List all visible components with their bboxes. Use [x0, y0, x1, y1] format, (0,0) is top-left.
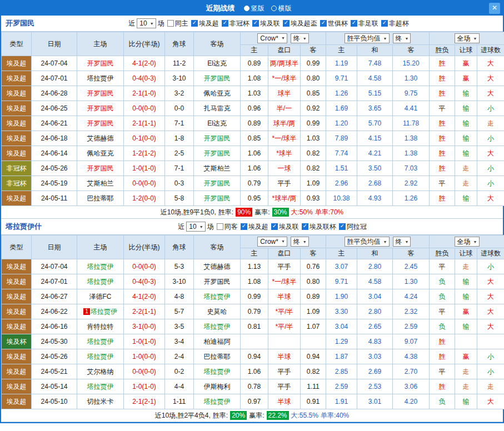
- home-team-name: 巴拉蒂耶: [87, 194, 114, 202]
- handicap-result-cell: 输: [455, 191, 477, 206]
- away-team-name: 艾德赫德: [204, 263, 231, 270]
- score-cell: 4-1(2-0): [124, 56, 165, 71]
- final-odds-select[interactable]: 终▼: [291, 237, 309, 247]
- scope-select[interactable]: 全场▼: [455, 33, 480, 43]
- close-button[interactable]: ✕: [489, 3, 500, 14]
- recent-count-select[interactable]: 10▼: [186, 222, 205, 232]
- corners-cell: 5-8: [165, 191, 194, 206]
- checkbox-icon[interactable]: [320, 20, 327, 27]
- filter-checkbox-label: 同客: [224, 222, 238, 232]
- chevron-down-icon: ▼: [473, 240, 477, 244]
- checkbox-icon[interactable]: [271, 223, 278, 230]
- win-rate-badge: 90%: [236, 208, 252, 217]
- col-aa: 客: [301, 45, 326, 56]
- chevron-down-icon: ▼: [303, 37, 307, 41]
- result-cell: 负: [430, 319, 455, 334]
- filter-checkbox[interactable]: 非超杯: [381, 19, 409, 28]
- team-name: 塔拉贾伊什: [1, 222, 42, 232]
- filter-checkbox[interactable]: 埃及超: [191, 19, 219, 28]
- asian-away-odds: [301, 334, 326, 349]
- away-team-cell: 扎马雷克: [194, 101, 241, 116]
- bookmaker-select[interactable]: Crow*▼: [257, 33, 287, 43]
- filter-checkbox[interactable]: 世俱杯: [320, 19, 348, 28]
- result-cell: 胜: [430, 161, 455, 176]
- home-team-cell: 1塔拉贾伊: [77, 304, 124, 319]
- score-cell: 2-2(1-1): [124, 304, 165, 319]
- checkbox-icon[interactable]: [283, 20, 290, 27]
- date-cell: 24-06-28: [32, 86, 77, 101]
- asian-away-odds: 0.99: [301, 56, 326, 71]
- europe-odds-select[interactable]: 胜平负均值▼: [345, 237, 390, 247]
- radio-checked-icon[interactable]: [244, 6, 249, 11]
- euro-home-odds: 3.07: [326, 259, 357, 274]
- checkbox-icon[interactable]: [252, 20, 259, 27]
- away-team-cell: 塔拉贾伊: [194, 319, 241, 334]
- away-team-cell: 塔拉贾伊: [194, 289, 241, 304]
- goals-result-cell: 大: [477, 304, 504, 319]
- filter-checkbox[interactable]: 同客: [217, 222, 238, 232]
- goals-result-cell: 大: [477, 56, 504, 71]
- home-team-name: 开罗国民: [87, 104, 114, 112]
- asian-away-odds: 0.85: [301, 86, 326, 101]
- score-cell: 3-1(0-0): [124, 319, 165, 334]
- handicap-cell: 球半: [268, 86, 301, 101]
- final-odds-select-2[interactable]: 终▼: [393, 33, 411, 43]
- filter-checkbox[interactable]: 埃及联杯: [302, 222, 336, 232]
- filter-checkbox[interactable]: 埃及超: [241, 222, 268, 232]
- radio-unchecked-icon[interactable]: [271, 6, 277, 11]
- euro-away-odds: 2.92: [393, 176, 430, 191]
- corners-cell: 3-5: [165, 319, 194, 334]
- checkbox-icon[interactable]: [167, 20, 174, 27]
- home-team-cell: 开罗国民: [77, 101, 124, 116]
- away-team-name: 开罗国民: [204, 278, 231, 285]
- checkbox-icon[interactable]: [302, 223, 308, 230]
- asian-away-odds: 0.99: [301, 116, 326, 131]
- radio-horizontal-label: 横版: [278, 4, 292, 13]
- filter-checkbox[interactable]: 阿拉冠: [339, 222, 367, 232]
- filter-checkbox[interactable]: 埃及联: [252, 19, 280, 28]
- checkbox-icon[interactable]: [217, 223, 223, 230]
- handicap-cell: 平手: [268, 379, 301, 394]
- filter-checkbox[interactable]: 同主: [167, 19, 188, 28]
- filter-checkbox[interactable]: 非冠杯: [222, 19, 249, 28]
- away-team-cell: 开罗国民: [194, 71, 241, 86]
- bookmaker-select[interactable]: Crow*▼: [257, 237, 287, 247]
- euro-away-odds: 4.24: [393, 289, 430, 304]
- date-cell: 24-05-19: [32, 176, 77, 191]
- asian-home-odds: 0.89: [241, 116, 268, 131]
- final-odds-select[interactable]: 终▼: [291, 33, 309, 43]
- layout-radio-vertical[interactable]: 竖版: [244, 4, 265, 13]
- checkbox-icon[interactable]: [351, 20, 357, 27]
- col-ah: 主: [241, 248, 268, 259]
- checkbox-icon[interactable]: [241, 223, 247, 230]
- result-cell: 胜: [430, 334, 455, 349]
- filter-checkbox[interactable]: 埃及联: [271, 222, 299, 232]
- odd-rate-text: 单率:70%: [315, 208, 343, 217]
- col-hc: 盘口: [268, 45, 301, 56]
- odd-rate-text: 单率:40%: [321, 411, 349, 420]
- popup-title: 近期战绩: [206, 3, 235, 13]
- final-odds-select-2[interactable]: 终▼: [393, 237, 411, 247]
- filter-checkbox-list: 同客埃及超埃及联埃及联杯阿拉冠: [214, 222, 367, 232]
- corners-cell: 3-10: [165, 274, 194, 289]
- asian-home-odds: 0.99: [241, 289, 268, 304]
- checkbox-icon[interactable]: [191, 20, 198, 27]
- europe-odds-select[interactable]: 胜平负均值▼: [345, 33, 390, 43]
- layout-radio-horizontal[interactable]: 横版: [271, 4, 292, 13]
- scope-select[interactable]: 全场▼: [455, 237, 480, 247]
- score-cell: 1-0(1-0): [124, 379, 165, 394]
- asian-away-odds: 1.07: [301, 319, 326, 334]
- checkbox-icon[interactable]: [381, 20, 388, 27]
- summary-row: 近10场,胜2平4负4,胜率:20%赢率:22.2%大:55.5%单率:40%: [1, 409, 503, 422]
- checkbox-icon[interactable]: [222, 20, 228, 27]
- type-cell: 埃及超: [2, 131, 32, 146]
- checkbox-icon[interactable]: [339, 223, 346, 230]
- home-team-name: 塔拉贾伊: [87, 338, 114, 345]
- away-team-name: 开罗国民: [204, 179, 231, 187]
- filter-checkbox[interactable]: 非足联: [351, 19, 378, 28]
- type-cell: 埃及超: [2, 56, 32, 71]
- handicap-cell: *一/球半: [268, 274, 301, 289]
- filter-checkbox[interactable]: 埃及超盃: [283, 19, 317, 28]
- away-team-cell: 伊斯梅利: [194, 379, 241, 394]
- recent-count-select[interactable]: 10▼: [137, 18, 156, 28]
